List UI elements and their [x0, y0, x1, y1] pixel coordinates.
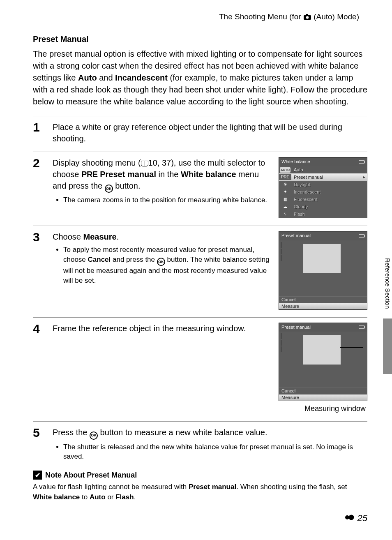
lcd-preset-manual-measure: Preset manual Cancel Measure: [279, 231, 367, 309]
steps-list: 1 Place a white or gray reference object…: [33, 116, 367, 465]
side-tab: Reference Section: [383, 255, 392, 374]
step-number: 5: [33, 427, 48, 439]
note-body: A value for flash lighting cannot be mea…: [33, 482, 367, 502]
wb-item-fluorescent: ▦Fluorescent: [279, 196, 367, 203]
wb-item-daylight: ☀Daylight: [279, 181, 367, 188]
step-5-text: Press the OK button to measure a new whi…: [53, 427, 367, 439]
battery-icon: [359, 160, 364, 164]
step-2: 2 Display shooting menu (10, 37), use th…: [33, 152, 367, 226]
wb-item-cloudy: ☁Cloudy: [279, 203, 367, 210]
wb-item-flash: ϟFlash: [279, 210, 367, 218]
camera-icon: [303, 13, 311, 22]
page-header: The Shooting Menu (for (Auto) Mode): [33, 12, 367, 22]
step-5: 5 Press the OK button to measure a new w…: [33, 421, 367, 465]
reference-section-icon: [344, 513, 356, 524]
step-number: 4: [33, 323, 48, 335]
section-title: Preset Manual: [33, 35, 367, 44]
step-5-bullet: The shutter is released and the new whit…: [63, 442, 367, 462]
wb-item-auto: AUTO Auto: [279, 166, 367, 173]
lcd-preset-manual-window: Preset manual Cancel Measure: [279, 323, 367, 401]
step-3-bullet: To apply the most recently measured valu…: [63, 245, 273, 286]
side-tab-thumb: [383, 318, 392, 374]
wb-item-incandescent: ✦Incandescent: [279, 188, 367, 196]
battery-icon: [359, 325, 364, 329]
svg-point-4: [348, 515, 354, 520]
side-tab-label: Reference Section: [384, 255, 391, 309]
ok-button-icon: OK: [90, 432, 98, 440]
measure-frame: [303, 335, 341, 365]
ok-button-icon: OK: [105, 185, 113, 193]
pm-cancel: Cancel: [279, 296, 367, 303]
section-intro: The preset manual option is effective wi…: [33, 48, 367, 108]
step-2-bullet: The camera zooms in to the position for …: [63, 195, 273, 205]
book-icon: [141, 161, 148, 166]
header-text-after: (Auto) Mode): [314, 12, 359, 21]
svg-point-2: [306, 16, 309, 18]
chevron-right-icon: ▸: [363, 174, 367, 180]
pm-cancel: Cancel: [279, 388, 367, 394]
step-number: 2: [33, 157, 48, 169]
measure-frame: [303, 244, 341, 273]
page-number: 25: [344, 513, 367, 524]
pm-measure: Measure: [279, 303, 367, 309]
header-text-before: The Shooting Menu (for: [219, 12, 303, 21]
note-block: ✔ Note About Preset Manual A value for f…: [33, 471, 367, 502]
lcd-white-balance: White balance AUTO Auto PRE Preset manua…: [279, 157, 367, 218]
step-number: 3: [33, 231, 48, 243]
battery-icon: [359, 234, 364, 238]
lcd-pm-title: Preset manual: [281, 324, 311, 330]
check-icon: ✔: [33, 471, 42, 480]
step-2-text: Display shooting menu (10, 37), use the …: [53, 157, 273, 193]
measuring-window-caption: Measuring window: [279, 404, 367, 414]
step-3-text: Choose Measure.: [53, 231, 273, 242]
lcd-pm-title: Preset manual: [281, 233, 311, 239]
step-4-text: Frame the reference object in the measur…: [53, 323, 273, 334]
svg-rect-1: [306, 14, 308, 16]
step-3: 3 Choose Measure. To apply the most rece…: [33, 226, 367, 317]
pm-measure: Measure: [279, 394, 367, 401]
step-1: 1 Place a white or gray reference object…: [33, 116, 367, 152]
lcd-wb-title: White balance: [281, 159, 310, 165]
step-4: 4 Frame the reference object in the meas…: [33, 317, 367, 422]
note-title: Note About Preset Manual: [45, 471, 137, 480]
step-number: 1: [33, 121, 48, 134]
wb-item-preset-manual: PRE Preset manual ▸: [279, 173, 367, 181]
step-1-text: Place a white or gray reference object u…: [53, 121, 367, 144]
pre-icon: PRE: [81, 170, 98, 179]
ok-button-icon: OK: [157, 258, 165, 266]
